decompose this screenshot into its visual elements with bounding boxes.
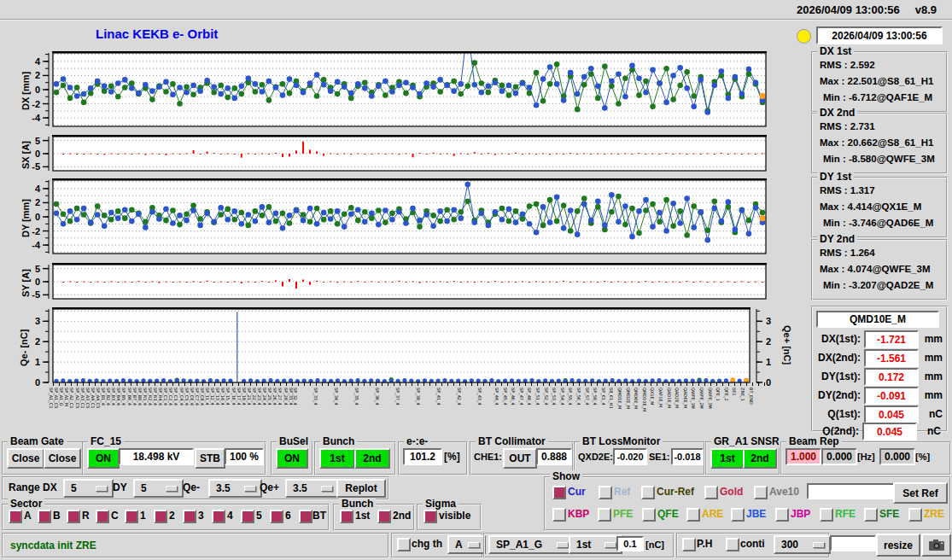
- bpm-label: SP_24_4: [262, 388, 266, 405]
- range-dy-dropdown[interactable]: 5: [133, 479, 184, 498]
- beam-gate-close-button-1[interactable]: Close: [7, 448, 44, 469]
- show-cur-checkbox[interactable]: [552, 486, 566, 499]
- bpm-label: SP_22_4: [252, 388, 256, 405]
- show-pfe-checkbox[interactable]: [598, 508, 611, 522]
- se1-value: -0.018: [671, 448, 704, 465]
- svg-text:0: 0: [35, 85, 40, 95]
- qmd-row: Q(1st): 0.045 nC: [813, 405, 946, 424]
- bpm-label: SP_11_4: [205, 388, 209, 405]
- bpm-label: QFE_2: [724, 388, 728, 401]
- show-zre-checkbox[interactable]: [908, 508, 922, 522]
- beam-gate-group: Beam Gate Close Close: [2, 441, 84, 475]
- show-kbp-checkbox[interactable]: [552, 508, 566, 522]
- extra-input[interactable]: [830, 535, 876, 551]
- sector-checkbox-1[interactable]: [125, 510, 138, 523]
- bpm-label: SP_61_4: [601, 388, 605, 405]
- bpm-label: SP_21_4: [247, 388, 251, 405]
- sector-checkbox-c[interactable]: [96, 510, 109, 523]
- bpm-label: SP_56_4: [576, 388, 581, 405]
- fc15-on-button[interactable]: ON: [87, 448, 120, 469]
- screenshot-button[interactable]: [921, 534, 951, 557]
- bunch-2nd-button[interactable]: 2nd: [354, 448, 390, 469]
- sector-checkbox-2[interactable]: [154, 510, 167, 523]
- busel-on-button[interactable]: ON: [276, 448, 308, 469]
- bpm-label: SP_C4_4: [179, 388, 184, 405]
- svg-text:0: 0: [35, 149, 40, 159]
- set-ref-button[interactable]: Set Ref: [893, 482, 948, 504]
- resize-button[interactable]: resize: [876, 534, 920, 557]
- sigma-visible-checkbox[interactable]: [423, 510, 437, 523]
- show-ave10-checkbox[interactable]: [754, 486, 768, 499]
- bpm-label: SP_54_4: [560, 388, 564, 405]
- show-title: Show: [550, 470, 582, 482]
- chg-th-dropdown[interactable]: A: [447, 535, 486, 554]
- show-sfe-checkbox[interactable]: [864, 508, 878, 522]
- beam-rep-value-3: 0.000: [879, 448, 915, 465]
- svg-text:0: 0: [35, 212, 40, 222]
- bpm-label: QAD1E_M: [667, 388, 671, 408]
- show-qfe-checkbox[interactable]: [642, 508, 656, 522]
- sector-checkbox-5[interactable]: [241, 510, 254, 523]
- show-are-checkbox[interactable]: [686, 508, 700, 522]
- show-gold-checkbox[interactable]: [704, 486, 718, 499]
- bt-lossmonitor-group: BT LossMonitor QXD2E: -0.020 SE1: -0.018: [574, 441, 705, 475]
- stat-rms: RMS : 2.592: [820, 60, 875, 70]
- beam-gate-close-button-2[interactable]: Close: [44, 448, 81, 469]
- show-jbp-checkbox[interactable]: [775, 508, 789, 522]
- range-qep-dropdown[interactable]: 3.5: [285, 479, 339, 498]
- threshold-value[interactable]: 0.1: [616, 536, 644, 551]
- show-cur-ref-checkbox[interactable]: [641, 486, 655, 499]
- bpm-label: SP_A3_C5: [85, 388, 90, 408]
- sector-checkbox-r[interactable]: [67, 510, 80, 523]
- sector-checkbox-b[interactable]: [38, 510, 51, 523]
- bunch-1st-button[interactable]: 1st: [319, 448, 355, 469]
- che1-out-button[interactable]: OUT: [503, 448, 537, 469]
- busel-title: BuSel: [277, 435, 311, 447]
- sp-select-dropdown[interactable]: SP_A1_G: [488, 535, 575, 554]
- show-group: Show Cur Ref Cur-Ref Gold Ave10 Set Ref …: [544, 476, 951, 531]
- bpm-label: QWFE_3M: [708, 388, 712, 409]
- fc15-title: FC_15: [88, 435, 124, 447]
- show-ref-checkbox[interactable]: [599, 486, 612, 499]
- bpm-label: SP_44_4: [494, 388, 499, 405]
- snsr-1st-button[interactable]: 1st: [710, 448, 745, 469]
- bpm-label: QMD1E_M: [617, 388, 622, 409]
- bpm-label: SE1: [732, 388, 736, 396]
- range-qem-dropdown[interactable]: 3.5: [208, 479, 262, 498]
- stat-min: Min : -8.580@QWFE_3M: [823, 154, 935, 164]
- stat-max: Max : 4.414@QX1E_M: [820, 201, 921, 212]
- sector-checkbox-4[interactable]: [212, 510, 225, 523]
- busel-group: BuSel ON: [271, 441, 313, 475]
- bpm-label: ZRE_1: [740, 388, 745, 401]
- show-rfe-checkbox[interactable]: [820, 508, 833, 522]
- sector-checkbox-bt[interactable]: [299, 510, 312, 523]
- range-dx-dropdown[interactable]: 5: [63, 479, 114, 498]
- show-jbe-checkbox[interactable]: [731, 508, 745, 522]
- conti-checkbox[interactable]: [726, 538, 739, 551]
- svg-text:-4: -4: [32, 113, 41, 123]
- bunch-2nd-checkbox[interactable]: [377, 510, 391, 523]
- bpm-label: QWFE_2M: [699, 388, 704, 409]
- points-dropdown[interactable]: 300: [774, 535, 831, 554]
- svg-text:2: 2: [766, 336, 771, 347]
- bpm-label: SP_18_4: [242, 388, 246, 405]
- sector-checkbox-6[interactable]: [270, 510, 283, 523]
- replot-button[interactable]: Replot: [336, 479, 386, 498]
- snsr-2nd-button[interactable]: 2nd: [743, 448, 777, 469]
- bpm-label: QAD2E_M: [675, 388, 679, 408]
- sector-checkbox-a[interactable]: [9, 510, 22, 523]
- svg-text:-2: -2: [32, 99, 40, 109]
- stat-max: Max : 4.074@QWFE_3M: [820, 264, 930, 274]
- ph-checkbox[interactable]: [682, 538, 696, 551]
- fc15-stb-button[interactable]: STB: [195, 448, 225, 469]
- titlebar-clock: 2026/04/09 13:00:56: [797, 3, 900, 16]
- beam-rep-hz-unit: [Hz]: [857, 451, 875, 463]
- bunch-select-dropdown[interactable]: 1st: [569, 535, 622, 554]
- qe-plot: 32103210: [26, 300, 798, 391]
- timestamp-display: 2026/04/09 13:00:56: [816, 26, 943, 44]
- bpm-label: SP_28_4: [283, 388, 288, 405]
- bunch-1st-checkbox[interactable]: [340, 510, 353, 523]
- chg-th-checkbox[interactable]: [397, 538, 411, 551]
- sector-checkbox-3[interactable]: [183, 510, 196, 523]
- svg-text:1: 1: [766, 357, 771, 367]
